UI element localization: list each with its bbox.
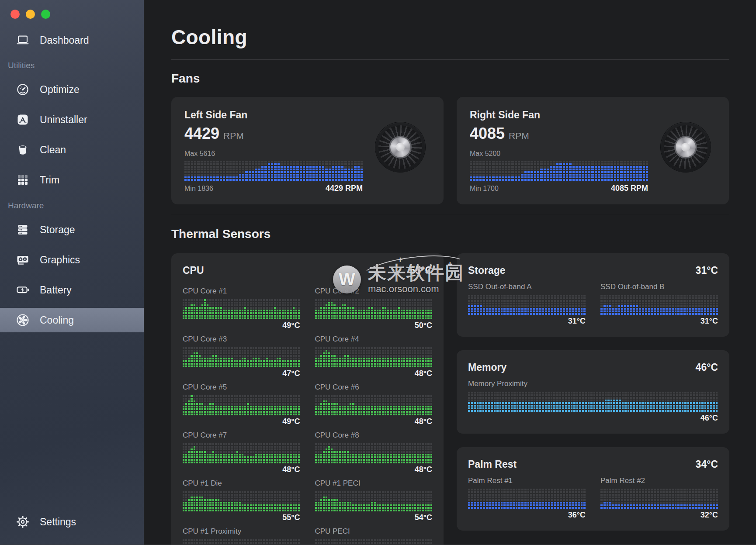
sidebar-item-storage[interactable]: Storage — [0, 217, 144, 242]
fan-min-label: Min 1700 — [470, 185, 499, 193]
divider — [171, 59, 729, 60]
sidebar-item-label: Uninstaller — [40, 114, 87, 126]
card-header-temp: 34°C — [696, 459, 718, 470]
sensor-history-chart — [183, 442, 300, 463]
sensor-history-chart — [183, 538, 300, 545]
laptop-icon — [13, 34, 32, 47]
sidebar-item-label: Graphics — [40, 254, 80, 266]
fan-rpm-unit: RPM — [223, 131, 244, 141]
fans-row: Left Side Fan 4429RPM Max 5616 Min 1836 … — [171, 97, 729, 204]
sensor-history-chart — [315, 442, 433, 463]
thermal-card-memory: Memory 46°C Memory Proximity 46°C — [457, 350, 729, 434]
sensor-memory-proximity: Memory Proximity 46°C — [468, 379, 718, 423]
zoom-button[interactable] — [41, 10, 50, 19]
sensor-label: CPU PECI — [315, 527, 433, 536]
minimize-button[interactable] — [26, 10, 35, 19]
sensor-history-chart — [468, 391, 718, 412]
sidebar-item-battery[interactable]: Battery — [0, 278, 144, 302]
sidebar-item-label: Dashboard — [40, 34, 89, 46]
sensor-cpu-1-peci: CPU #1 PECI 54°C — [315, 479, 433, 523]
sensor-grid: Palm Rest #1 36°C Palm Rest #2 32°C — [468, 476, 718, 524]
gauge-icon — [13, 83, 32, 96]
sensor-cpu-peci: CPU PECI — [315, 527, 433, 545]
sensor-temp: 47°C — [183, 369, 300, 379]
sensor-history-chart — [315, 298, 433, 319]
fan-min-label: Min 1836 — [184, 185, 213, 193]
thermal-row: CPU 55°C CPU Core #1 49°C CPU Core #2 50… — [171, 253, 729, 545]
sensor-temp: 32°C — [600, 511, 718, 520]
sidebar-item-label: Clean — [40, 144, 66, 156]
sidebar-item-label: Battery — [40, 284, 72, 296]
sidebar-item-label: Optimize — [40, 84, 80, 96]
app-window: DashboardUtilitiesOptimizeUninstallerCle… — [0, 0, 756, 545]
fan-spinner-image — [661, 122, 711, 172]
sensor-grid: SSD Out-of-band A 31°C SSD Out-of-band B… — [468, 283, 718, 331]
sensor-history-chart — [315, 394, 433, 415]
fan-hub — [390, 137, 410, 157]
fan-rpm-unit: RPM — [509, 131, 529, 141]
cpu-sensor-grid: CPU Core #1 49°C CPU Core #2 50°C CPU Co… — [183, 287, 432, 545]
sensor-cpu-core-3: CPU Core #3 47°C — [183, 335, 300, 379]
sensor-cpu-1-proximity: CPU #1 Proximity — [183, 527, 300, 545]
thermal-right-column: Storage 31°C SSD Out-of-band A 31°C SSD … — [457, 253, 729, 531]
sidebar-item-graphics[interactable]: Graphics — [0, 248, 144, 272]
sensor-cpu-1-die: CPU #1 Die 55°C — [183, 479, 300, 523]
sidebar-item-trim[interactable]: Trim — [0, 168, 144, 192]
sensor-history-chart — [183, 298, 300, 319]
card-title: Storage — [468, 265, 506, 276]
sensor-label: CPU #1 Die — [183, 479, 300, 488]
sensor-palm-rest-2: Palm Rest #2 32°C — [600, 476, 718, 520]
sensor-temp: 36°C — [468, 511, 586, 520]
sidebar-item-optimize[interactable]: Optimize — [0, 77, 144, 102]
sidebar-section-label: Utilities — [0, 58, 144, 73]
card-header-temp: 55°C — [410, 265, 432, 276]
sensor-temp: 48°C — [315, 369, 433, 379]
sensor-temp: 50°C — [315, 321, 433, 331]
sidebar-item-label: Trim — [40, 174, 59, 186]
sidebar-item-dashboard[interactable]: Dashboard — [0, 28, 144, 52]
sensor-label: Palm Rest #1 — [468, 476, 586, 485]
sensor-cpu-core-6: CPU Core #6 48°C — [315, 383, 433, 427]
sidebar-item-label: Storage — [40, 224, 75, 236]
fans-section-heading: Fans — [171, 72, 729, 86]
sidebar-nav: DashboardUtilitiesOptimizeUninstallerCle… — [0, 28, 144, 338]
sensor-label: CPU Core #5 — [183, 383, 300, 392]
sensor-label: CPU Core #4 — [315, 335, 433, 344]
sensor-temp: 48°C — [315, 465, 433, 475]
sidebar-item-uninstaller[interactable]: Uninstaller — [0, 107, 144, 132]
sensor-temp: 46°C — [468, 414, 718, 423]
thermal-card-storage: Storage 31°C SSD Out-of-band A 31°C SSD … — [457, 253, 729, 337]
page-title: Cooling — [171, 25, 729, 49]
divider — [171, 215, 729, 215]
sensor-label: CPU Core #8 — [315, 431, 433, 440]
sensor-temp: 31°C — [468, 317, 586, 326]
sensor-label: CPU Core #1 — [183, 287, 300, 296]
sensor-cpu-core-5: CPU Core #5 49°C — [183, 383, 300, 427]
sensor-history-chart — [183, 346, 300, 367]
fan-chart-footer: Min 1836 4429 RPM — [184, 184, 363, 193]
sensor-cpu-core-2: CPU Core #2 50°C — [315, 287, 433, 331]
sidebar-item-settings[interactable]: Settings — [0, 510, 144, 534]
fan-rpm-value: 4429 — [184, 124, 219, 142]
sensor-cpu-core-4: CPU Core #4 48°C — [315, 335, 433, 379]
fan-name: Left Side Fan — [184, 109, 430, 121]
sensor-label: CPU Core #3 — [183, 335, 300, 344]
fan-rpm-value: 4085 — [470, 124, 505, 142]
fan-card-right-side-fan: Right Side Fan 4085RPM Max 5200 Min 1700… — [457, 97, 729, 204]
sidebar-item-clean[interactable]: Clean — [0, 138, 144, 162]
sidebar-item-cooling[interactable]: Cooling — [0, 308, 144, 332]
fan-current-label: 4429 RPM — [326, 184, 363, 193]
sensor-temp: 49°C — [183, 321, 300, 331]
sensor-label: Memory Proximity — [468, 379, 718, 388]
sidebar-section-label: Hardware — [0, 198, 144, 213]
sensor-temp: 31°C — [600, 317, 718, 326]
card-title: Memory — [468, 362, 506, 373]
sensor-temp: 49°C — [183, 417, 300, 427]
server-icon — [13, 223, 32, 236]
close-button[interactable] — [10, 10, 20, 19]
sensor-label: CPU Core #7 — [183, 431, 300, 440]
sidebar-spacer — [0, 338, 144, 510]
sensor-ssd-out-of-band-b: SSD Out-of-band B 31°C — [600, 283, 718, 326]
fan-icon — [13, 313, 32, 327]
battery-icon — [13, 283, 32, 297]
